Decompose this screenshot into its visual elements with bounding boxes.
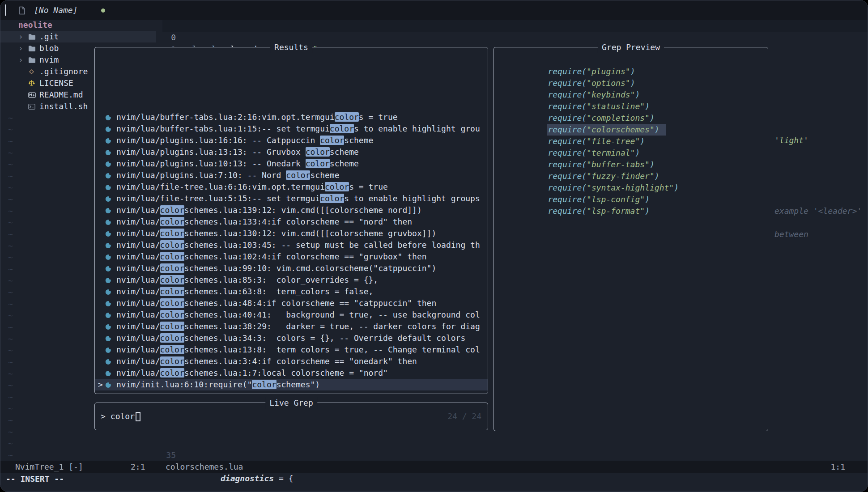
empty-line-tilde: ~ (0, 205, 13, 217)
result-text: nvim/lua/colorschemes.lua:63:8: term_col… (116, 286, 373, 297)
result-row[interactable]: nvim/lua/colorschemes.lua:102:4:if color… (95, 251, 488, 263)
lua-file-icon (105, 242, 116, 249)
lua-file-icon (105, 230, 116, 237)
result-row[interactable]: nvim/lua/plugins.lua:13:13: -- Gruvbox c… (95, 146, 488, 158)
result-row[interactable]: nvim/lua/colorschemes.lua:34:3: colors =… (95, 332, 488, 344)
result-row[interactable]: nvim/lua/colorschemes.lua:3:4:if colorsc… (95, 356, 488, 367)
result-text: nvim/lua/file-tree.lua:5:15:-- set termg… (116, 193, 480, 204)
match-highlight: color (160, 322, 184, 331)
empty-line-tilde: ~ (0, 287, 13, 298)
match-highlight: color (160, 287, 184, 296)
match-highlight: color (160, 275, 184, 284)
match-highlight: color (160, 217, 184, 226)
match-highlight: color (306, 147, 330, 157)
result-text: nvim/lua/colorschemes.lua:1:7:local colo… (116, 367, 388, 379)
result-text: nvim/lua/buffer-tabs.lua:1:15:-- set ter… (116, 123, 480, 135)
result-row[interactable]: nvim/lua/colorschemes.lua:63:8: term_col… (95, 286, 488, 297)
result-text: nvim/lua/colorschemes.lua:139:12: vim.cm… (116, 204, 422, 216)
match-highlight: color (160, 240, 184, 250)
result-row[interactable]: nvim/lua/colorschemes.lua:1:7:local colo… (95, 367, 488, 379)
folder-icon (28, 34, 39, 40)
shell-icon (28, 104, 39, 110)
bg-code-fragment: example '<leader>' (774, 205, 862, 217)
result-row[interactable]: nvim/lua/colorschemes.lua:48:4:if colors… (95, 297, 488, 309)
markdown-icon (28, 92, 39, 98)
result-text: nvim/lua/plugins.lua:16:16: -- Catppucci… (116, 135, 373, 146)
lua-file-icon (105, 161, 116, 167)
result-row[interactable]: nvim/lua/colorschemes.lua:103:45: -- set… (95, 239, 488, 251)
match-highlight: color (160, 356, 184, 366)
empty-line-tilde: ~ (0, 310, 13, 322)
editor-line-35: 35 -- Plugins Config -- (0, 438, 868, 450)
document-icon (18, 6, 30, 15)
result-row[interactable]: nvim/lua/plugins.lua:16:16: -- Catppucci… (95, 135, 488, 146)
result-row[interactable]: nvim/lua/buffer-tabs.lua:2:16:vim.opt.te… (95, 111, 488, 123)
empty-line-tilde: ~ (0, 124, 13, 136)
tree-item-git[interactable]: › .git (0, 31, 156, 42)
empty-line-tilde: ~ (0, 229, 13, 240)
prompt-char: > (101, 411, 106, 422)
match-highlight: color (160, 229, 184, 238)
empty-line-tilde: ~ (0, 426, 13, 438)
lua-file-icon (105, 300, 116, 307)
grep-preview-panel: Grep Preview require("plugins") require(… (494, 47, 768, 431)
license-icon (28, 80, 39, 87)
result-row[interactable]: nvim/lua/file-tree.lua:6:16:vim.opt.term… (95, 181, 488, 193)
match-highlight: color (160, 298, 184, 308)
result-row[interactable]: nvim/lua/colorschemes.lua:38:29: darker … (95, 321, 488, 332)
lua-file-icon (105, 254, 116, 260)
match-highlight: color (320, 194, 344, 203)
result-text: nvim/lua/colorschemes.lua:38:29: darker … (116, 321, 480, 332)
result-row[interactable]: > nvim/init.lua:6:10:require("colorschem… (95, 379, 488, 390)
folder-icon (28, 45, 39, 52)
result-text: nvim/lua/colorschemes.lua:40:41: backgro… (116, 309, 480, 321)
empty-buffer-tildes: ~ ~ ~ ~ ~ ~ ~ ~ ~ ~ ~ ~ (0, 112, 13, 461)
result-row[interactable]: nvim/lua/plugins.lua:7:10: -- Nord color… (95, 170, 488, 181)
modified-dot-icon (101, 8, 105, 13)
result-text: nvim/lua/file-tree.lua:6:16:vim.opt.term… (116, 181, 388, 193)
match-highlight: color (320, 136, 344, 145)
lua-file-icon (105, 312, 116, 318)
statusline-file-position: 1:1 (830, 461, 845, 473)
result-row[interactable]: nvim/lua/plugins.lua:10:13: -- Onedark c… (95, 158, 488, 170)
match-highlight: color (325, 182, 349, 191)
result-row[interactable]: nvim/lua/colorschemes.lua:85:3: color_ov… (95, 274, 488, 286)
empty-line-tilde: ~ (0, 368, 13, 380)
command-line: -- INSERT -- (6, 473, 64, 485)
tree-root-name: neolite (0, 19, 162, 31)
result-row[interactable]: nvim/lua/colorschemes.lua:133:4:if color… (95, 216, 488, 228)
match-highlight: color (286, 170, 310, 180)
empty-line-tilde: ~ (0, 170, 13, 182)
result-row[interactable]: nvim/lua/buffer-tabs.lua:1:15:-- set ter… (95, 123, 488, 135)
lua-file-icon (105, 265, 116, 272)
result-row[interactable]: nvim/lua/colorschemes.lua:130:12: vim.cm… (95, 228, 488, 239)
empty-line-tilde: ~ (0, 450, 13, 461)
result-row[interactable]: nvim/lua/colorschemes.lua:13:8: term_col… (95, 344, 488, 356)
result-row[interactable]: nvim/lua/colorschemes.lua:40:41: backgro… (95, 309, 488, 321)
lua-file-icon (105, 382, 116, 388)
tabline: [No Name] (0, 0, 868, 20)
empty-line-tilde: ~ (0, 275, 13, 287)
empty-line-tilde: ~ (0, 345, 13, 356)
bg-code-fragment: 'light' (774, 135, 808, 146)
lua-file-icon (105, 126, 116, 132)
empty-line-tilde: ~ (0, 391, 13, 403)
lua-file-icon (105, 370, 116, 377)
empty-line-tilde: ~ (0, 403, 13, 415)
result-text: nvim/lua/colorschemes.lua:13:8: term_col… (116, 344, 480, 356)
bg-code-fragment: between (774, 229, 808, 240)
result-row[interactable]: nvim/lua/file-tree.lua:5:15:-- set termg… (95, 193, 488, 204)
grep-prompt-input[interactable]: > color 24 / 24 (101, 411, 481, 422)
match-highlight: color (160, 263, 184, 273)
grep-preview-title: Grep Preview (598, 42, 664, 53)
empty-line-tilde: ~ (0, 322, 13, 333)
chevron-right-icon: › (18, 42, 28, 54)
grep-preview-line[interactable]: require("plugins") (494, 54, 768, 66)
result-row[interactable]: nvim/lua/colorschemes.lua:99:10: vim.cmd… (95, 263, 488, 274)
result-text: nvim/lua/buffer-tabs.lua:2:16:vim.opt.te… (116, 111, 398, 123)
live-grep-panel: Live Grep > color 24 / 24 (94, 403, 488, 430)
result-text: nvim/lua/colorschemes.lua:3:4:if colorsc… (116, 356, 417, 367)
result-row[interactable]: nvim/lua/colorschemes.lua:139:12: vim.cm… (95, 204, 488, 216)
buffer-tab[interactable]: [No Name] (18, 0, 105, 20)
lua-file-icon (105, 184, 116, 191)
